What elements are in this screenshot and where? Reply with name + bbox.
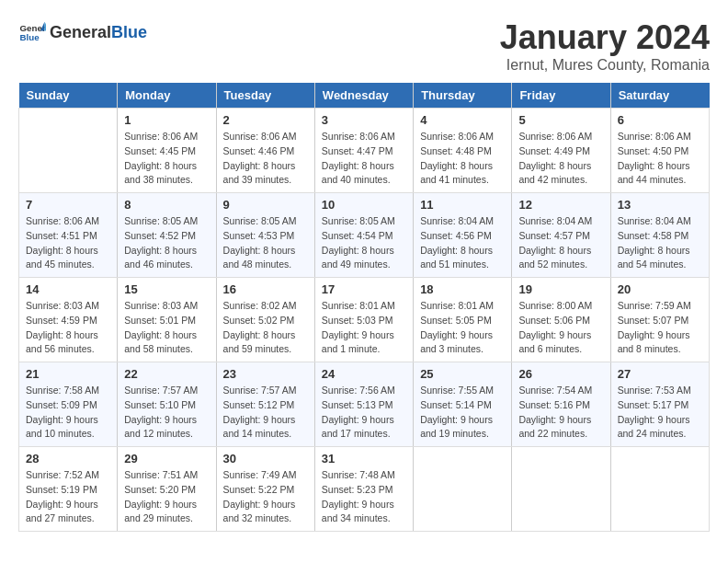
week-row-1: 1Sunrise: 8:06 AMSunset: 4:45 PMDaylight… (19, 109, 710, 193)
day-number: 1 (124, 113, 209, 127)
sun-info: Sunrise: 7:59 AMSunset: 5:07 PMDaylight:… (618, 299, 702, 357)
sun-info: Sunrise: 8:03 AMSunset: 5:01 PMDaylight:… (124, 299, 209, 357)
calendar-cell: 15Sunrise: 8:03 AMSunset: 5:01 PMDayligh… (118, 278, 216, 362)
calendar-cell: 11Sunrise: 8:04 AMSunset: 4:56 PMDayligh… (414, 193, 512, 278)
sun-info: Sunrise: 8:06 AMSunset: 4:51 PMDaylight:… (26, 214, 110, 272)
week-row-3: 14Sunrise: 8:03 AMSunset: 4:59 PMDayligh… (19, 278, 710, 362)
sun-info: Sunrise: 8:05 AMSunset: 4:54 PMDaylight:… (322, 214, 406, 272)
day-number: 16 (223, 282, 308, 296)
calendar-table: SundayMondayTuesdayWednesdayThursdayFrid… (18, 83, 710, 532)
sun-info: Sunrise: 7:56 AMSunset: 5:13 PMDaylight:… (322, 384, 406, 442)
calendar-cell: 7Sunrise: 8:06 AMSunset: 4:51 PMDaylight… (19, 193, 118, 278)
calendar-cell: 10Sunrise: 8:05 AMSunset: 4:54 PMDayligh… (314, 193, 413, 278)
col-header-friday: Friday (512, 83, 610, 109)
day-number: 27 (618, 367, 702, 381)
sun-info: Sunrise: 8:01 AMSunset: 5:03 PMDaylight:… (322, 299, 406, 357)
day-number: 3 (322, 113, 406, 127)
col-header-thursday: Thursday (414, 83, 512, 109)
calendar-cell: 31Sunrise: 7:48 AMSunset: 5:23 PMDayligh… (314, 447, 413, 532)
day-number: 2 (223, 113, 308, 127)
calendar-cell: 14Sunrise: 8:03 AMSunset: 4:59 PMDayligh… (19, 278, 118, 362)
col-header-sunday: Sunday (19, 83, 118, 109)
title-area: January 2024 Iernut, Mures County, Roman… (500, 18, 710, 74)
calendar-cell: 18Sunrise: 8:01 AMSunset: 5:05 PMDayligh… (414, 278, 512, 362)
location-title: Iernut, Mures County, Romania (500, 57, 710, 74)
day-number: 13 (618, 198, 702, 212)
logo-general-text: General (50, 23, 111, 41)
header: General Blue GeneralBlue January 2024 Ie… (18, 18, 710, 74)
month-title: January 2024 (500, 18, 710, 57)
sun-info: Sunrise: 8:02 AMSunset: 5:02 PMDaylight:… (223, 299, 308, 357)
sun-info: Sunrise: 8:06 AMSunset: 4:45 PMDaylight:… (124, 130, 209, 188)
calendar-cell: 5Sunrise: 8:06 AMSunset: 4:49 PMDaylight… (512, 109, 610, 193)
day-number: 28 (26, 452, 110, 465)
calendar-cell (610, 447, 709, 532)
day-number: 25 (420, 367, 505, 381)
day-number: 18 (420, 282, 505, 296)
day-number: 12 (518, 198, 603, 212)
calendar-cell: 16Sunrise: 8:02 AMSunset: 5:02 PMDayligh… (216, 278, 314, 362)
sun-info: Sunrise: 7:51 AMSunset: 5:20 PMDaylight:… (124, 468, 209, 526)
sun-info: Sunrise: 8:05 AMSunset: 4:52 PMDaylight:… (124, 214, 209, 272)
day-number: 20 (618, 282, 702, 296)
sun-info: Sunrise: 8:05 AMSunset: 4:53 PMDaylight:… (223, 214, 308, 272)
sun-info: Sunrise: 8:01 AMSunset: 5:05 PMDaylight:… (420, 299, 505, 357)
day-number: 31 (322, 452, 406, 465)
calendar-cell: 27Sunrise: 7:53 AMSunset: 5:17 PMDayligh… (610, 362, 709, 447)
calendar-cell: 20Sunrise: 7:59 AMSunset: 5:07 PMDayligh… (610, 278, 709, 362)
calendar-cell: 24Sunrise: 7:56 AMSunset: 5:13 PMDayligh… (314, 362, 413, 447)
calendar-cell: 2Sunrise: 8:06 AMSunset: 4:46 PMDaylight… (216, 109, 314, 193)
calendar-cell: 26Sunrise: 7:54 AMSunset: 5:16 PMDayligh… (512, 362, 610, 447)
sun-info: Sunrise: 8:06 AMSunset: 4:46 PMDaylight:… (223, 130, 308, 188)
day-number: 17 (322, 282, 406, 296)
day-number: 8 (124, 198, 209, 212)
week-row-5: 28Sunrise: 7:52 AMSunset: 5:19 PMDayligh… (19, 447, 710, 532)
calendar-cell: 9Sunrise: 8:05 AMSunset: 4:53 PMDaylight… (216, 193, 314, 278)
sun-info: Sunrise: 8:06 AMSunset: 4:49 PMDaylight:… (518, 130, 603, 188)
header-row: SundayMondayTuesdayWednesdayThursdayFrid… (19, 83, 710, 109)
logo: General Blue GeneralBlue (18, 18, 147, 46)
sun-info: Sunrise: 8:06 AMSunset: 4:47 PMDaylight:… (322, 130, 406, 188)
calendar-cell: 13Sunrise: 8:04 AMSunset: 4:58 PMDayligh… (610, 193, 709, 278)
sun-info: Sunrise: 8:06 AMSunset: 4:48 PMDaylight:… (420, 130, 505, 188)
day-number: 19 (518, 282, 603, 296)
day-number: 14 (26, 282, 110, 296)
col-header-saturday: Saturday (610, 83, 709, 109)
day-number: 10 (322, 198, 406, 212)
sun-info: Sunrise: 8:03 AMSunset: 4:59 PMDaylight:… (26, 299, 110, 357)
day-number: 23 (223, 367, 308, 381)
day-number: 5 (518, 113, 603, 127)
col-header-tuesday: Tuesday (216, 83, 314, 109)
calendar-cell: 4Sunrise: 8:06 AMSunset: 4:48 PMDaylight… (414, 109, 512, 193)
day-number: 22 (124, 367, 209, 381)
logo-blue-text: Blue (111, 23, 147, 41)
sun-info: Sunrise: 7:54 AMSunset: 5:16 PMDaylight:… (518, 384, 603, 442)
day-number: 11 (420, 198, 505, 212)
week-row-2: 7Sunrise: 8:06 AMSunset: 4:51 PMDaylight… (19, 193, 710, 278)
sun-info: Sunrise: 7:48 AMSunset: 5:23 PMDaylight:… (322, 468, 406, 526)
sun-info: Sunrise: 7:53 AMSunset: 5:17 PMDaylight:… (618, 384, 702, 442)
calendar-cell: 17Sunrise: 8:01 AMSunset: 5:03 PMDayligh… (314, 278, 413, 362)
calendar-cell: 12Sunrise: 8:04 AMSunset: 4:57 PMDayligh… (512, 193, 610, 278)
calendar-cell: 28Sunrise: 7:52 AMSunset: 5:19 PMDayligh… (19, 447, 118, 532)
day-number: 30 (223, 452, 308, 465)
calendar-cell: 3Sunrise: 8:06 AMSunset: 4:47 PMDaylight… (314, 109, 413, 193)
calendar-cell (512, 447, 610, 532)
col-header-wednesday: Wednesday (314, 83, 413, 109)
logo-icon: General Blue (18, 18, 46, 46)
calendar-cell: 22Sunrise: 7:57 AMSunset: 5:10 PMDayligh… (118, 362, 216, 447)
sun-info: Sunrise: 7:49 AMSunset: 5:22 PMDaylight:… (223, 468, 308, 526)
day-number: 29 (124, 452, 209, 465)
calendar-cell: 29Sunrise: 7:51 AMSunset: 5:20 PMDayligh… (118, 447, 216, 532)
day-number: 26 (518, 367, 603, 381)
sun-info: Sunrise: 7:55 AMSunset: 5:14 PMDaylight:… (420, 384, 505, 442)
calendar-cell: 8Sunrise: 8:05 AMSunset: 4:52 PMDaylight… (118, 193, 216, 278)
sun-info: Sunrise: 7:57 AMSunset: 5:10 PMDaylight:… (124, 384, 209, 442)
day-number: 21 (26, 367, 110, 381)
svg-text:Blue: Blue (20, 32, 40, 42)
col-header-monday: Monday (118, 83, 216, 109)
calendar-cell: 23Sunrise: 7:57 AMSunset: 5:12 PMDayligh… (216, 362, 314, 447)
calendar-cell: 25Sunrise: 7:55 AMSunset: 5:14 PMDayligh… (414, 362, 512, 447)
sun-info: Sunrise: 7:58 AMSunset: 5:09 PMDaylight:… (26, 384, 110, 442)
sun-info: Sunrise: 8:04 AMSunset: 4:57 PMDaylight:… (518, 214, 603, 272)
